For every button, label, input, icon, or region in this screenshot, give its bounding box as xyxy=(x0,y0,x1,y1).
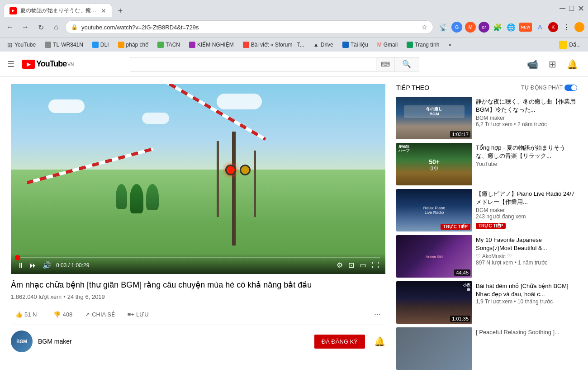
close-button[interactable]: ✕ xyxy=(578,4,584,14)
railroad-pole xyxy=(232,132,236,246)
more-tools-icon[interactable]: ⋮ xyxy=(561,22,572,33)
reload-button[interactable]: ↻ xyxy=(34,21,47,33)
progress-bar[interactable] xyxy=(16,257,380,258)
share-button[interactable]: ↗ CHIA SẺ xyxy=(81,308,119,321)
ext-red-icon[interactable]: K xyxy=(548,22,558,32)
search-input[interactable] xyxy=(130,57,376,71)
sidebar-thumb-5: 小夜曲 1:01:35 xyxy=(396,281,472,324)
video-controls: ⏸ ⏭ 🔊 0:03 / 1:00:29 ⚙ ⊡ xyxy=(11,253,385,274)
cast-icon[interactable]: 📡 xyxy=(438,22,449,33)
home-button[interactable]: ⌂ xyxy=(50,21,62,33)
keyboard-icon[interactable]: ⌨ xyxy=(376,57,394,71)
sidebar-duration-4: 44:45 xyxy=(454,269,470,276)
truc-tiep-badge: TRỰC TIẾP xyxy=(476,223,506,229)
bookmark-gmail[interactable]: M Gmail xyxy=(374,41,401,49)
settings-button[interactable]: ⚙ xyxy=(336,260,344,270)
forward-button[interactable]: → xyxy=(19,21,32,33)
sidebar-video-2[interactable]: 夏物語ハープ 50+ ((•)) Tổng hợp - 夏の物語が始まりそうな、… xyxy=(396,143,577,185)
save-icon: ≡+ xyxy=(128,311,134,318)
more-actions-button[interactable]: ··· xyxy=(370,307,385,322)
sidebar-info-6: [ Peaceful Relaxing Soothing ]... xyxy=(476,327,577,370)
upload-date: 24 thg 6, 2019 xyxy=(67,293,105,300)
volume-button[interactable]: 🔊 xyxy=(42,260,52,270)
maximize-button[interactable]: □ xyxy=(569,4,574,14)
bookmark-drive[interactable]: ▲ Drive xyxy=(310,41,337,49)
bookmark-apps[interactable]: ⊞ YouTube xyxy=(4,40,39,49)
autoplay-toggle-area[interactable]: TỰ ĐỘNG PHÁT xyxy=(521,85,577,91)
yt-header: ☰ YouTube VN ⌨ 🔍 📹 ⊞ 🔔 xyxy=(0,52,588,77)
bookmark-dli-label: DLI xyxy=(100,42,109,48)
sidebar-video-title-1: 静かな夜に聴く、冬の癒し曲【作業用BGM】冷たくなった... xyxy=(476,98,577,114)
tab-close-button[interactable]: ✕ xyxy=(101,7,106,14)
bookmark-sforum[interactable]: Bài viết « Sforum - T... xyxy=(239,41,308,49)
sidebar-video-title-5: Bài hát đêm nhỏ [Chữa bệnh BGM] Nhạc đẹp… xyxy=(476,282,577,298)
save-button[interactable]: ≡+ LƯU xyxy=(123,308,153,321)
channel-bell-icon[interactable]: 🔔 xyxy=(374,336,385,347)
translate-icon[interactable]: A xyxy=(535,22,545,33)
channel-avatar[interactable]: BGM xyxy=(11,331,33,352)
sidebar-meta-4: 897 N lượt xem • 1 năm trước xyxy=(476,260,577,266)
theater-button[interactable]: ▭ xyxy=(359,260,367,270)
ext-icon-3[interactable]: 27 xyxy=(479,22,489,33)
search-button[interactable]: 🔍 xyxy=(394,57,419,71)
sidebar-thumb-6 xyxy=(396,327,472,370)
bookmark-phap-che[interactable]: pháp chế xyxy=(114,41,152,49)
autoplay-toggle[interactable] xyxy=(564,85,577,91)
tree-2 xyxy=(130,184,143,213)
bookmark-router[interactable]: TL-WR841N xyxy=(41,41,87,49)
bookmark-starred[interactable]: Dấ... xyxy=(555,40,584,50)
time-total: 1:00:29 xyxy=(71,262,89,269)
minimize-button[interactable]: ─ xyxy=(560,4,565,14)
dislike-count: 408 xyxy=(62,311,72,318)
notification-button[interactable]: 🔔 xyxy=(564,56,581,72)
video-player[interactable]: ⏸ ⏭ 🔊 0:03 / 1:00:29 ⚙ ⊡ xyxy=(11,84,385,274)
dislike-button[interactable]: 👎 408 xyxy=(49,308,77,321)
yt-logo-vn: VN xyxy=(67,62,74,67)
ext-icon-2[interactable]: M xyxy=(465,22,476,33)
ext-icon-4[interactable]: 🧩 xyxy=(492,22,503,33)
sidebar-video-4[interactable]: Anime Girl 44:45 My 10 Favorite Japanese… xyxy=(396,235,577,278)
active-tab[interactable]: 夏の物語が始まりそうな、癒し... ✕ xyxy=(4,4,112,17)
header-actions: 📹 ⊞ 🔔 xyxy=(525,56,581,72)
next-button[interactable]: ⏭ xyxy=(29,260,38,270)
sidebar-channel-3: BGM maker xyxy=(476,207,577,213)
like-button[interactable]: 👍 51 N xyxy=(11,308,41,321)
address-box[interactable]: 🔒 youtube.com/watch?v=2iG-ZtB8RD4&t=729s… xyxy=(65,20,433,34)
miniplayer-button[interactable]: ⊡ xyxy=(347,260,355,270)
play-pause-button[interactable]: ⏸ xyxy=(16,260,25,270)
sidebar-video-5[interactable]: 小夜曲 1:01:35 Bài hát đêm nhỏ [Chữa bệnh B… xyxy=(396,281,577,324)
window-controls: ─ □ ✕ xyxy=(560,4,584,14)
trees xyxy=(116,184,159,213)
profile-icon[interactable] xyxy=(574,22,584,32)
apps-button[interactable]: ⊞ xyxy=(545,56,561,72)
bookmarks-bar: ⊞ YouTube TL-WR841N DLI pháp chế TACN KI… xyxy=(0,37,588,52)
fullscreen-button[interactable]: ⛶ xyxy=(371,260,380,270)
sidebar-video-6[interactable]: [ Peaceful Relaxing Soothing ]... xyxy=(396,327,577,370)
bookmark-kiem-nghiem-label: KIỂM NGHIỆM xyxy=(197,42,234,48)
ext-new-badge[interactable]: NEW xyxy=(519,23,532,32)
signal-lights xyxy=(225,165,251,175)
channel-name[interactable]: BGM maker xyxy=(38,338,72,345)
sidebar-thumb-2: 夏物語ハープ 50+ ((•)) xyxy=(396,143,472,185)
menu-icon[interactable]: ☰ xyxy=(7,59,14,69)
ext-icon-5[interactable]: 🌐 xyxy=(506,22,517,33)
sidebar-video-3[interactable]: Relax PianoLive Radio TRỰC TIẾP 【癒しピアノ】P… xyxy=(396,189,577,231)
bookmark-tacn[interactable]: TACN xyxy=(154,41,184,49)
progress-fill xyxy=(16,257,18,258)
subscribe-button[interactable]: ĐÃ ĐĂNG KÝ xyxy=(314,335,365,349)
yt-logo[interactable]: YouTube VN xyxy=(22,59,74,69)
back-button[interactable]: ← xyxy=(4,21,16,33)
bookmark-sheets[interactable]: Trang tính xyxy=(403,41,443,49)
bookmark-more[interactable]: » xyxy=(445,41,455,49)
sidebar-video-1[interactable]: 冬の癒しBGM 1:03:17 静かな夜に聴く、冬の癒し曲【作業用BGM】冷たく… xyxy=(396,97,577,139)
bookmark-star-icon[interactable]: ☆ xyxy=(422,24,427,31)
bookmark-dli[interactable]: DLI xyxy=(89,41,113,49)
upload-button[interactable]: 📹 xyxy=(525,56,541,72)
bookmark-more-label: » xyxy=(448,42,451,48)
address-bar-row: ← → ↻ ⌂ 🔒 youtube.com/watch?v=2iG-ZtB8RD… xyxy=(0,17,588,37)
ext-icon-1[interactable]: G xyxy=(451,22,462,33)
new-tab-button[interactable]: + xyxy=(114,5,127,17)
bookmark-sheets-label: Trang tính xyxy=(415,42,439,48)
bookmark-docs[interactable]: Tài liệu xyxy=(339,41,372,49)
bookmark-kiem-nghiem[interactable]: KIỂM NGHIỆM xyxy=(185,41,237,49)
